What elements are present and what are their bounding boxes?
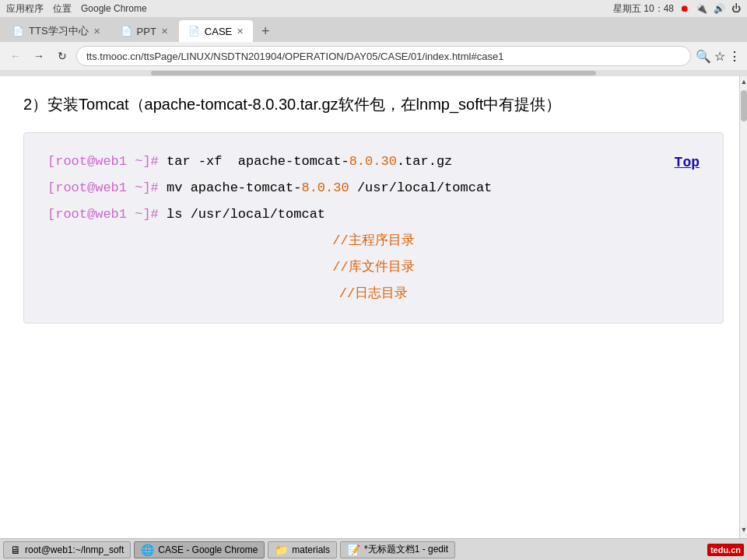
topbar-right: 星期五 10：48 ⏺ 🔌 🔊 ⏻ bbox=[613, 2, 741, 16]
taskbar: 🖥 root@web1:~/lnmp_soft 🌐 CASE - Google … bbox=[0, 538, 747, 560]
record-icon: ⏺ bbox=[680, 3, 689, 14]
tab-tts-label: TTS学习中心 bbox=[29, 24, 89, 38]
tedu-logo: tedu.cn bbox=[707, 544, 744, 556]
bracket-2: ]# bbox=[142, 175, 167, 201]
tab-tts-close[interactable]: ✕ bbox=[93, 26, 100, 37]
places-menu[interactable]: 位置 bbox=[53, 2, 72, 16]
comment-2: //库文件目录 bbox=[47, 254, 700, 281]
cmd-ls: ls /usr/local/tomcat bbox=[167, 201, 325, 228]
tab-bar: 📄 TTS学习中心 ✕ 📄 PPT ✕ 📄 CASE ✕ + bbox=[0, 17, 747, 42]
topbar-left: 应用程序 位置 Google Chrome bbox=[6, 2, 147, 16]
taskbar-chrome[interactable]: 🌐 CASE - Google Chrome bbox=[134, 541, 265, 558]
terminal-icon: 🖥 bbox=[10, 544, 21, 556]
tab-case[interactable]: 📄 CASE ✕ bbox=[179, 20, 253, 42]
code-line-3: [root@web1 ~ ]# ls /usr/local/tomcat bbox=[47, 201, 700, 228]
url-bar[interactable]: tts.tmooc.cn/ttsPage/LINUX/NSDTN201904/O… bbox=[76, 46, 691, 66]
cmd-tar: tar -xf apache-tomcat- bbox=[167, 149, 349, 175]
tab-ppt-label: PPT bbox=[137, 26, 156, 37]
taskbar-chrome-label: CASE - Google Chrome bbox=[158, 544, 258, 555]
tab-tts[interactable]: 📄 TTS学习中心 ✕ bbox=[3, 20, 110, 42]
url-actions: 🔍 ☆ ⋮ bbox=[696, 49, 741, 64]
tab-tts-icon: 📄 bbox=[12, 26, 24, 37]
taskbar-terminal-label: root@web1:~/lnmp_soft bbox=[25, 544, 124, 555]
url-text: tts.tmooc.cn/ttsPage/LINUX/NSDTN201904/O… bbox=[86, 51, 503, 62]
taskbar-right: tedu.cn bbox=[707, 544, 744, 556]
cmd-mv-version: 8.0.30 bbox=[301, 175, 349, 201]
taskbar-files-label: materials bbox=[292, 544, 330, 555]
horizontal-scrollbar[interactable] bbox=[0, 70, 747, 76]
cmd-mv-end: /usr/local/tomcat bbox=[349, 175, 493, 201]
vertical-scrollbar[interactable]: ▲ ▼ bbox=[739, 76, 747, 538]
prompt-1: [root@web1 bbox=[47, 149, 135, 175]
taskbar-gedit-label: *无标题文档1 - gedit bbox=[364, 543, 448, 556]
prompt-2: [root@web1 bbox=[47, 175, 135, 201]
tab-case-label: CASE bbox=[205, 26, 232, 37]
tab-ppt-icon: 📄 bbox=[121, 26, 132, 37]
new-tab-button[interactable]: + bbox=[254, 20, 276, 42]
tab-case-close[interactable]: ✕ bbox=[237, 26, 244, 37]
prompt-3: [root@web1 bbox=[47, 201, 135, 228]
cmd-mv: mv apache-tomcat- bbox=[167, 175, 301, 201]
comment-1: //主程序目录 bbox=[47, 228, 700, 254]
gedit-icon: 📝 bbox=[347, 544, 360, 556]
tilde-3: ~ bbox=[135, 201, 142, 228]
cmd-tar-end: .tar.gz bbox=[397, 149, 452, 175]
scroll-thumb-horizontal[interactable] bbox=[151, 71, 595, 75]
search-icon[interactable]: 🔍 bbox=[696, 49, 711, 64]
bookmark-icon[interactable]: ☆ bbox=[714, 49, 725, 64]
tab-case-icon: 📄 bbox=[188, 26, 200, 37]
apps-menu[interactable]: 应用程序 bbox=[6, 2, 44, 16]
code-line-2: [root@web1 ~ ]# mv apache-tomcat- 8.0.30… bbox=[47, 175, 700, 201]
top-link[interactable]: Top bbox=[675, 149, 700, 177]
chrome-icon: 🌐 bbox=[141, 544, 154, 556]
comment-3: //日志目录 bbox=[47, 281, 700, 307]
back-button[interactable]: ← bbox=[6, 47, 25, 65]
menu-icon[interactable]: ⋮ bbox=[728, 49, 741, 64]
tilde-1: ~ bbox=[135, 149, 142, 175]
cmd-tar-version: 8.0.30 bbox=[349, 149, 397, 175]
browser-label: Google Chrome bbox=[81, 3, 147, 14]
tab-ppt-close[interactable]: ✕ bbox=[161, 26, 168, 37]
tilde-2: ~ bbox=[135, 175, 142, 201]
power-icon: ⏻ bbox=[731, 3, 741, 14]
reload-button[interactable]: ↻ bbox=[53, 47, 72, 65]
datetime-label: 星期五 10：48 bbox=[613, 2, 674, 16]
taskbar-terminal[interactable]: 🖥 root@web1:~/lnmp_soft bbox=[3, 541, 131, 558]
bracket-1: ]# bbox=[142, 149, 167, 175]
address-bar: ← → ↻ tts.tmooc.cn/ttsPage/LINUX/NSDTN20… bbox=[0, 42, 747, 70]
network-icon: 🔌 bbox=[696, 3, 707, 14]
system-topbar: 应用程序 位置 Google Chrome 星期五 10：48 ⏺ 🔌 🔊 ⏻ bbox=[0, 0, 747, 17]
code-line-1: [root@web1 ~ ]# tar -xf apache-tomcat- 8… bbox=[47, 149, 700, 175]
taskbar-gedit[interactable]: 📝 *无标题文档1 - gedit bbox=[340, 541, 455, 558]
page-content: 2）安装Tomcat（apache-tomcat-8.0.30.tar.gz软件… bbox=[0, 76, 747, 339]
scroll-up-arrow[interactable]: ▲ bbox=[740, 76, 747, 87]
code-block: Top [root@web1 ~ ]# tar -xf apache-tomca… bbox=[23, 132, 724, 324]
files-icon: 📁 bbox=[275, 544, 288, 556]
forward-button[interactable]: → bbox=[30, 47, 48, 65]
step-text: 2）安装Tomcat（apache-tomcat-8.0.30.tar.gz软件… bbox=[23, 92, 724, 117]
tab-ppt[interactable]: 📄 PPT ✕ bbox=[111, 20, 177, 42]
taskbar-files[interactable]: 📁 materials bbox=[268, 541, 337, 558]
content-area: 2）安装Tomcat（apache-tomcat-8.0.30.tar.gz软件… bbox=[0, 76, 747, 538]
bracket-3: ]# bbox=[142, 201, 167, 228]
scroll-thumb-vertical[interactable] bbox=[741, 90, 747, 121]
volume-icon: 🔊 bbox=[714, 3, 725, 14]
scroll-down-arrow[interactable]: ▼ bbox=[740, 524, 747, 535]
